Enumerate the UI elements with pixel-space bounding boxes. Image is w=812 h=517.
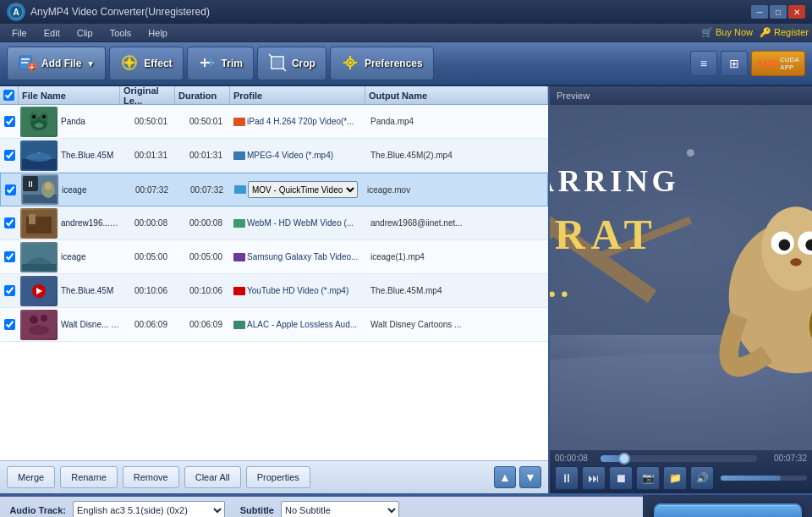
table-row[interactable]: ~ The.Blue.45M 00:01:31 00:01:31 MPEG-4 … — [0, 139, 548, 173]
svg-line-12 — [269, 54, 272, 57]
register-link[interactable]: 🔑 Register — [760, 27, 809, 38]
row-profile-3[interactable]: MOV - QuickTime Video (... — [234, 181, 365, 198]
clear-all-button[interactable]: Clear All — [184, 466, 241, 488]
table-row[interactable]: Walt Disne... Christmas 00:06:09 00:06:0… — [0, 308, 548, 342]
trim-button[interactable]: Trim — [187, 47, 254, 80]
header-original: Original Le... — [120, 86, 175, 104]
row-thumbnail-5 — [20, 242, 58, 272]
row-output-3: iceage.mov — [365, 185, 547, 195]
row-thumbnail-2: ~ — [20, 140, 58, 171]
convert-button[interactable]: Convert — [654, 503, 802, 517]
svg-text:+: + — [30, 63, 35, 72]
minimize-button[interactable]: ─ — [751, 5, 768, 19]
row-name-2: The.Blue.45M — [59, 151, 123, 160]
playback-track[interactable] — [601, 455, 757, 462]
row-original-1: 00:50:01 — [123, 117, 178, 126]
add-file-icon: + — [18, 53, 36, 74]
svg-text:STARRING: STARRING — [550, 164, 679, 198]
volume-slider[interactable] — [721, 476, 807, 481]
row-checkbox-7[interactable] — [0, 319, 19, 330]
effect-button[interactable]: Effect — [109, 47, 183, 80]
snapshot-button[interactable]: 📷 — [636, 466, 660, 490]
row-checkbox-4[interactable] — [0, 217, 19, 228]
merge-button[interactable]: Merge — [7, 466, 55, 488]
add-file-label: Add File — [41, 58, 81, 69]
crop-label: Crop — [292, 58, 315, 69]
header-output: Output Name — [365, 86, 548, 104]
audio-track-select[interactable]: English ac3 5.1(side) (0x2) — [73, 501, 225, 517]
svg-rect-40 — [22, 264, 56, 271]
table-row[interactable]: ⏸ iceage 00:07:32 00:07:32 MOV - QuickTi… — [0, 173, 548, 206]
subtitle-select[interactable]: No Subtitle — [281, 501, 399, 517]
row-output-4: andrew1968@iinet.net... — [369, 218, 548, 228]
header-duration: Duration — [175, 86, 230, 104]
maximize-button[interactable]: □ — [770, 5, 787, 19]
properties-button[interactable]: Properties — [246, 466, 310, 488]
svg-point-68 — [687, 149, 694, 157]
remove-button[interactable]: Remove — [123, 466, 179, 488]
playback-time-total: 00:07:32 — [760, 454, 807, 463]
profile-select-3[interactable]: MOV - QuickTime Video (... — [248, 181, 358, 198]
stop-button[interactable]: ⏹ — [609, 466, 633, 490]
playback-thumb[interactable] — [618, 453, 630, 465]
row-original-4: 00:00:08 — [123, 218, 178, 228]
table-row[interactable]: The.Blue.45M 00:10:06 00:10:06 YouTube H… — [0, 274, 548, 308]
volume-button[interactable]: 🔊 — [690, 466, 714, 490]
row-duration-2: 00:01:31 — [178, 151, 233, 160]
row-checkbox-5[interactable] — [0, 251, 19, 262]
move-down-button[interactable]: ▼ — [519, 466, 541, 488]
move-up-button[interactable]: ▲ — [494, 466, 516, 488]
row-name-6: The.Blue.45M — [59, 286, 123, 295]
effect-label: Effect — [144, 58, 172, 69]
preview-header: Preview — [550, 86, 812, 105]
buy-now-link[interactable]: 🛒 Buy Now — [701, 27, 753, 38]
svg-text:IN...: IN... — [550, 267, 573, 305]
svg-point-58 — [779, 239, 791, 251]
row-profile-6: YouTube HD Video (*.mp4) — [233, 286, 369, 295]
app-title: AnyMP4 Video Converter(Unregistered) — [30, 6, 751, 18]
title-bar: A AnyMP4 Video Converter(Unregistered) ─… — [0, 0, 812, 24]
row-checkbox-6[interactable] — [0, 285, 19, 296]
open-folder-preview-button[interactable]: 📁 — [663, 466, 687, 490]
row-profile-1: iPad 4 H.264 720p Video(*... — [233, 117, 369, 126]
add-file-dropdown-icon[interactable]: ▼ — [86, 59, 95, 69]
header-checkbox[interactable] — [0, 86, 19, 104]
header-filename: File Name — [19, 86, 120, 104]
table-row[interactable]: iceage 00:05:00 00:05:00 Samsung Galaxy … — [0, 240, 548, 274]
preferences-button[interactable]: Preferences — [330, 47, 434, 80]
forward-button[interactable]: ⏭ — [582, 466, 606, 490]
add-file-button[interactable]: + Add File ▼ — [7, 47, 106, 80]
table-header: File Name Original Le... Duration Profil… — [0, 86, 548, 105]
menu-clip[interactable]: Clip — [69, 26, 102, 40]
close-button[interactable]: ✕ — [788, 5, 805, 19]
table-row[interactable]: Panda 00:50:01 00:50:01 iPad 4 H.264 720… — [0, 105, 548, 139]
row-duration-7: 00:06:09 — [178, 320, 233, 329]
preview-label: Preview — [557, 91, 590, 101]
main-area: File Name Original Le... Duration Profil… — [0, 86, 812, 493]
row-checkbox-3[interactable] — [1, 184, 19, 195]
table-row[interactable]: andrew196...et.net.au 00:00:08 00:00:08 … — [0, 206, 548, 240]
select-all-checkbox[interactable] — [3, 90, 14, 101]
row-checkbox-2[interactable] — [0, 150, 19, 161]
preview-image: STARRING SCRAT IN... — [550, 105, 812, 450]
subtitle-label: Subtitle — [232, 505, 274, 515]
row-checkbox-1[interactable] — [0, 116, 19, 127]
row-duration-1: 00:50:01 — [178, 117, 233, 126]
progress-bar-container: 00:00:08 00:07:32 — [555, 454, 807, 463]
audio-subtitle-row: Audio Track: English ac3 5.1(side) (0x2)… — [7, 501, 636, 517]
menu-help[interactable]: Help — [140, 26, 176, 40]
toolbar: + Add File ▼ Effect Trim — [0, 42, 812, 86]
rename-button[interactable]: Rename — [60, 466, 118, 488]
grid-view-button[interactable]: ⊞ — [721, 51, 748, 76]
pause-button[interactable]: ⏸ — [555, 466, 579, 490]
svg-point-35 — [45, 183, 52, 190]
menu-tools[interactable]: Tools — [102, 26, 140, 40]
row-original-2: 00:01:31 — [123, 151, 178, 160]
menu-edit[interactable]: Edit — [36, 26, 69, 40]
bottom-bar: Audio Track: English ac3 5.1(side) (0x2)… — [0, 495, 643, 517]
crop-button[interactable]: Crop — [257, 47, 326, 80]
svg-point-60 — [790, 258, 802, 266]
svg-marker-9 — [210, 58, 214, 67]
list-view-button[interactable]: ≡ — [690, 51, 717, 76]
menu-file[interactable]: File — [3, 26, 36, 40]
